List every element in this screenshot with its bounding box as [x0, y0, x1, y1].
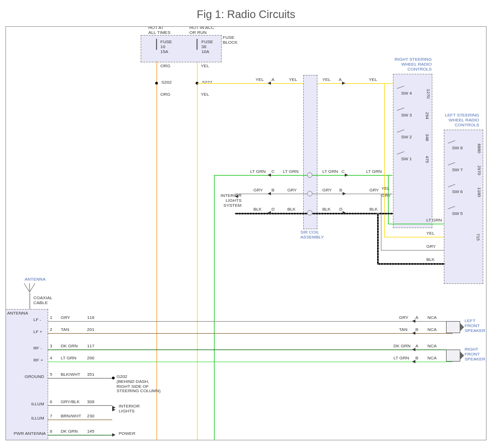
wire-illum1 [48, 405, 112, 406]
wire-blk-h2 [377, 263, 445, 265]
intlights-label: INTERIOR LIGHTS [119, 404, 140, 414]
rfp-label: RF + [33, 358, 43, 363]
rf-pin: 3 [50, 344, 52, 349]
left-speaker-label: LEFT FRONT SPEAKER [465, 319, 485, 333]
fuse2-name: FUSE 38 10A [201, 40, 213, 54]
gnd-pin: 5 [50, 373, 52, 377]
res6880: 6880 [477, 144, 482, 154]
res2970: 2970 [477, 166, 482, 176]
wire-ltgrn-v2 [388, 175, 389, 224]
wire-ltgrn-h [214, 175, 392, 176]
right-ctrl-label: RIGHT STEERING WHEEL RADIO CONTROLS [395, 57, 432, 72]
arr-yel-1 [268, 82, 271, 85]
rfp-color: LT GRN [61, 356, 77, 361]
illum2-label: ILLUM [31, 416, 44, 421]
rf-dkgrn-r: DK GRN [393, 344, 410, 349]
lfp-b: B [415, 328, 418, 333]
res475: 475 [424, 156, 429, 163]
arr-lf-tan [412, 331, 415, 335]
arr-illum2 [112, 408, 115, 411]
sir-coil [303, 75, 317, 229]
rfp-b: B [415, 356, 418, 361]
pwr-pin: 8 [50, 429, 52, 434]
rf-nca1: NCA [427, 344, 437, 349]
fuse1-name: FUSE 10 15A [160, 40, 172, 54]
lf-nca2: NCA [427, 328, 437, 333]
ltgrn-c4: LT GRN [366, 170, 382, 174]
lf-label: LF - [33, 318, 41, 323]
lfp-tan-r: TAN [399, 328, 407, 333]
sw5: SW 5 [452, 212, 463, 217]
lfp-label: LF + [33, 330, 42, 335]
radio-antenna-label: ANTENNA [7, 311, 28, 316]
arr-pwr [112, 433, 115, 437]
fuse1-icon [156, 39, 157, 50]
rf-num: 117 [87, 344, 94, 349]
wire-blk-v2 [377, 213, 379, 265]
wire-ltgrn-v [214, 175, 215, 440]
arr-gry-2 [343, 192, 346, 195]
yel-a2: YEL [289, 78, 297, 83]
gry-br: GRY [426, 245, 436, 249]
gnd-num: 351 [87, 373, 94, 377]
sir-conn-d [307, 210, 312, 216]
ltgrn-c2: LT GRN [283, 170, 299, 174]
sw3: SW 3 [401, 113, 412, 118]
blk-d2: BLK [287, 207, 296, 212]
sw1: SW 1 [401, 157, 412, 162]
blk-br: BLK [426, 258, 435, 263]
arr-rf-dk [412, 348, 415, 351]
sw7: SW 7 [452, 168, 463, 173]
right-speaker-label: RIGHT FRONT SPEAKER [465, 347, 485, 362]
rfp-pin: 4 [50, 356, 52, 361]
diagram-frame: FUSE BLOCK HOT AT ALL TIMES HOT IN ACC O… [5, 26, 487, 440]
g202-dot [112, 377, 115, 380]
wire-ground [48, 378, 113, 379]
gry-below: GRY [381, 194, 391, 199]
gry-b2: GRY [287, 188, 297, 193]
rfp-ltgrn-r: LT GRN [393, 356, 409, 361]
illum2-num: 230 [87, 414, 94, 419]
yel-a3: YEL [322, 78, 331, 83]
illum1-color: GRY/BLK [61, 400, 80, 405]
power-label: POWER [119, 432, 135, 437]
ltgrn-c3: LT GRN [322, 170, 338, 174]
fuse2-icon [196, 39, 198, 50]
wire-gry-v2 [381, 194, 381, 251]
sw4: SW 4 [401, 91, 412, 96]
rf-nca2: NCA [427, 356, 437, 361]
wire-yel-h2 [384, 237, 444, 237]
wire-yel-label2: YEL [201, 92, 209, 97]
lf-nca1: NCA [427, 316, 437, 321]
wire-yel-label1: YEL [201, 64, 209, 69]
pwr-num: 145 [87, 429, 94, 434]
figure-title: Fig 1: Radio Circuits [0, 0, 492, 26]
rf-color: DK GRN [61, 344, 78, 349]
wire-org-label1: ORG [160, 64, 170, 69]
blk-d1: BLK [253, 207, 262, 212]
illum2-color: BRN/WHT [61, 414, 81, 419]
conn-b1: B [271, 188, 274, 193]
gnd-label: GROUND [25, 375, 44, 380]
gnd-color: BLK/WHT [61, 373, 80, 377]
wire-org-label2: ORG [160, 92, 170, 97]
wiring-diagram: FUSE BLOCK HOT AT ALL TIMES HOT IN ACC O… [6, 27, 486, 440]
left-ctrl-label: LEFT STEERING WHEEL RADIO CONTROLS [445, 113, 479, 127]
yel-a4: YEL [369, 78, 377, 83]
illum1-num: 308 [87, 400, 94, 405]
sir-label: SIR COIL ASSEMBLY [300, 230, 324, 240]
res1270: 1270 [426, 89, 431, 99]
rfp-num: 200 [87, 356, 94, 361]
wire-rf-ltgrn [48, 362, 453, 362]
conn-a1: A [271, 78, 274, 83]
conn-b2: B [339, 188, 342, 193]
s202-label: S202 [161, 80, 172, 85]
arr-ltgrn-1 [268, 173, 271, 177]
g202-label: G202 (BEHIND DASH, RIGHT SIDE OF STEERIN… [117, 375, 160, 394]
ltgrn-c1: LT GRN [250, 170, 266, 174]
res348: 348 [424, 134, 429, 141]
right-speaker-icon [446, 350, 460, 362]
lf-a: A [415, 316, 418, 321]
wire-pwr [48, 435, 112, 435]
res715: 715 [475, 234, 480, 241]
